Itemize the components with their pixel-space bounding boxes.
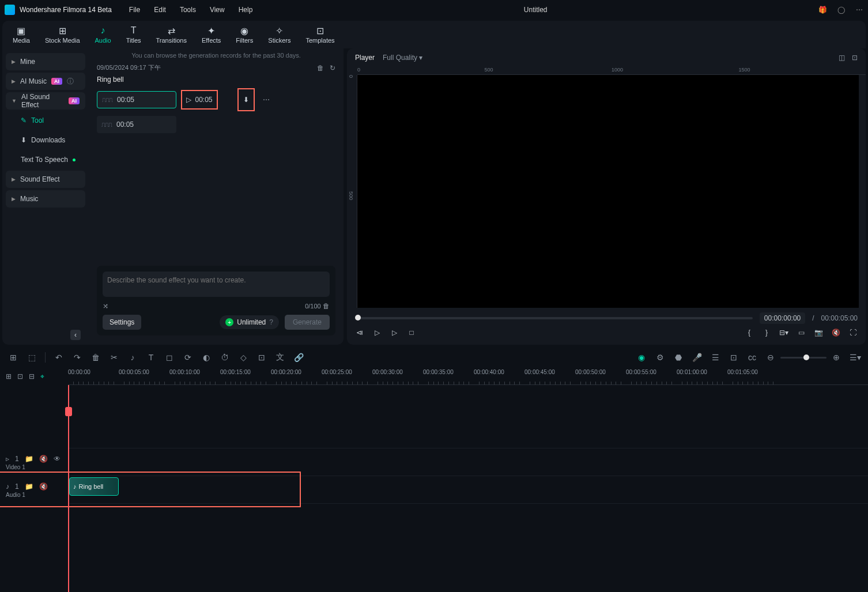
gear-icon[interactable]: ⚙ [655, 353, 665, 362]
mark-out-button[interactable]: } [762, 329, 771, 337]
timer-icon[interactable]: ⏱ [220, 353, 230, 362]
camera-icon[interactable]: 📷 [814, 329, 823, 337]
delete-button[interactable]: 🗑 [90, 353, 101, 362]
audio-track[interactable] [68, 476, 868, 504]
sidebar-item-text-to-speech[interactable]: Text To Speech [6, 151, 85, 168]
sidebar-item-mine[interactable]: ▶Mine [6, 53, 85, 70]
folder-icon[interactable]: 📁 [25, 455, 33, 463]
zoom-in-button[interactable]: ⊕ [831, 353, 841, 362]
generate-button[interactable]: Generate [285, 315, 330, 330]
sidebar-item-music[interactable]: ▶Music [6, 190, 85, 208]
more-icon[interactable]: ⋯ [855, 6, 863, 14]
clip-more-icon[interactable]: ⋯ [263, 96, 270, 104]
menu-edit[interactable]: Edit [154, 6, 166, 14]
shuffle-icon[interactable]: ⤨ [103, 302, 108, 310]
fullscreen-icon[interactable]: ⛶ [848, 329, 858, 337]
gift-icon[interactable]: 🎁 [818, 6, 827, 14]
audio-clip-2[interactable]: ⎍⎍⎍00:05 [97, 116, 176, 133]
timeline-clip-ring-bell[interactable]: ♪Ring bell [69, 477, 119, 496]
prev-frame-button[interactable]: ⧏ [355, 329, 364, 337]
tab-titles[interactable]: TTitles [126, 25, 141, 44]
progress-icon[interactable]: ◯ [837, 6, 845, 14]
keyframe-icon[interactable]: ◇ [238, 353, 248, 362]
sidebar-item-tool[interactable]: ✎Tool [6, 112, 85, 129]
zoom-out-button[interactable]: ⊖ [765, 353, 776, 362]
mute-icon[interactable]: 🔇 [831, 329, 840, 337]
timeline-ruler[interactable]: 00:00:0000:00:05:0000:00:10:0000:00:15:0… [68, 368, 868, 385]
record-icon[interactable]: ⊡ [729, 353, 739, 362]
empty-track[interactable] [68, 385, 868, 448]
menu-tools[interactable]: Tools [180, 6, 196, 14]
speed-icon[interactable]: ⟳ [183, 353, 193, 362]
sidebar-item-ai-music[interactable]: ▶AI MusicAIⓘ [6, 73, 85, 90]
play-button[interactable]: ▷ [372, 329, 382, 337]
tab-transitions[interactable]: ⇄Transitions [156, 25, 187, 44]
tab-stickers[interactable]: ✧Stickers [268, 25, 290, 44]
zoom-thumb[interactable] [803, 355, 809, 360]
text-icon[interactable]: T [146, 353, 156, 362]
sidebar-item-sound-effect[interactable]: ▶Sound Effect [6, 171, 85, 188]
mark-in-button[interactable]: { [745, 329, 754, 337]
tab-stock-media[interactable]: ⊞Stock Media [45, 25, 80, 44]
playhead[interactable] [68, 385, 69, 592]
audio-clip-1[interactable]: ⎍⎍⎍00:05 [97, 91, 176, 108]
info-icon[interactable]: ⓘ [67, 77, 74, 86]
mic-icon[interactable]: 🎤 [692, 353, 702, 362]
sidebar-item-downloads[interactable]: ⬇Downloads [6, 131, 85, 149]
menu-file[interactable]: File [129, 6, 140, 14]
color-icon[interactable]: ◐ [201, 353, 212, 362]
scrub-thumb[interactable] [355, 315, 361, 320]
settings-button[interactable]: Settings [103, 315, 141, 330]
download-clip-button[interactable]: ⬇ [239, 89, 254, 110]
layout-icon[interactable]: ⊞ [8, 353, 18, 362]
mixer-icon[interactable]: ☰ [710, 353, 720, 362]
undo-button[interactable]: ↶ [54, 353, 64, 362]
display-button[interactable]: ▭ [797, 329, 806, 337]
track-options-icon[interactable]: ☰▾ [850, 353, 860, 362]
caption-icon[interactable]: cc [747, 353, 757, 362]
cut-button[interactable]: ✂ [109, 353, 119, 362]
marker-icon[interactable]: ⬣ [673, 353, 684, 362]
visibility-icon[interactable]: 👁 [54, 455, 61, 463]
select-icon[interactable]: ⬚ [27, 353, 37, 362]
tl-tool-1[interactable]: ⊞ [6, 372, 12, 380]
sidebar-item-ai-sound-effect[interactable]: ▼AI Sound EffectAI [6, 92, 85, 110]
audio-edit-icon[interactable]: ♪ [127, 353, 138, 362]
menu-view[interactable]: View [210, 6, 225, 14]
video-track[interactable] [68, 448, 868, 476]
tl-tool-2[interactable]: ⊡ [17, 372, 23, 380]
stop-button[interactable]: □ [407, 329, 416, 337]
quality-select[interactable]: Full Quality ▾ [383, 54, 422, 62]
mute-track-icon[interactable]: 🔇 [39, 482, 48, 491]
next-frame-button[interactable]: ▷ [390, 329, 399, 337]
tab-templates[interactable]: ⊡Templates [305, 25, 334, 44]
tab-filters[interactable]: ◉Filters [236, 25, 253, 44]
folder-icon[interactable]: 📁 [25, 482, 33, 491]
menu-help[interactable]: Help [239, 6, 253, 14]
preview-canvas[interactable] [357, 75, 859, 308]
unlimited-badge[interactable]: +Unlimited? [220, 315, 279, 329]
crop-icon[interactable]: ◻ [164, 353, 175, 362]
scrub-track[interactable] [355, 317, 753, 319]
tl-tool-3[interactable]: ⊟ [29, 372, 35, 380]
tl-tool-magnet[interactable]: ⌖ [40, 372, 44, 380]
translate-icon[interactable]: 文 [275, 352, 285, 363]
regenerate-icon[interactable]: ↻ [330, 64, 335, 72]
play-clip-button[interactable]: ▷00:05 [182, 91, 217, 108]
prompt-input[interactable] [103, 272, 330, 297]
player-tab[interactable]: Player [355, 54, 375, 62]
tab-effects[interactable]: ✦Effects [202, 25, 221, 44]
mute-track-icon[interactable]: 🔇 [39, 455, 48, 463]
redo-button[interactable]: ↷ [72, 353, 82, 362]
delete-icon[interactable]: 🗑 [317, 64, 324, 72]
tab-audio[interactable]: ♪Audio [95, 25, 111, 44]
clear-prompt-icon[interactable]: 🗑 [323, 302, 330, 310]
playhead-handle[interactable] [65, 407, 72, 416]
collapse-sidebar-button[interactable]: ‹ [70, 330, 81, 340]
ratio-button[interactable]: ⊟▾ [779, 329, 788, 337]
tab-media[interactable]: ▣Media [13, 25, 30, 44]
zoom-slider[interactable] [780, 357, 827, 359]
group-icon[interactable]: ⊡ [256, 353, 267, 362]
snapshot-icon[interactable]: ⊡ [852, 54, 858, 62]
link-icon[interactable]: 🔗 [293, 353, 304, 362]
